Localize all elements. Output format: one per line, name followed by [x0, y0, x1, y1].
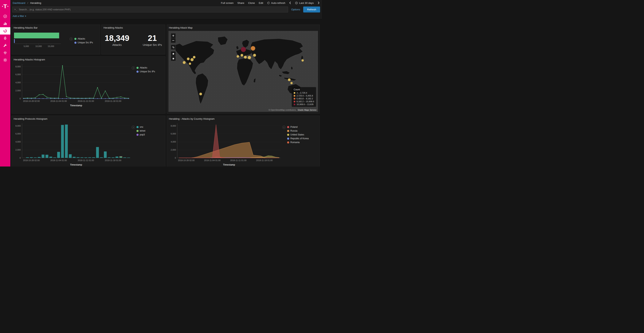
attack-marker[interactable] [241, 47, 246, 52]
chart-legend: AttacksUnique Src IPs [136, 66, 155, 73]
legend-item[interactable]: telnet [136, 130, 145, 132]
zoom-in-button[interactable] [171, 33, 176, 38]
protocols-bar-chart[interactable]: 02,0004,0006,0008,0002018-10-28 02:00201… [13, 121, 132, 167]
time-range-picker[interactable]: Last 30 days [295, 2, 314, 5]
world-map[interactable]: Count 3 – 2,729.42,729.4 – 5,455.85,455.… [168, 31, 318, 112]
attack-marker[interactable] [189, 62, 191, 65]
zoom-out-button[interactable] [171, 38, 176, 43]
attack-marker[interactable] [302, 59, 304, 62]
legend-item[interactable]: Unique Src IPs [74, 41, 93, 44]
attack-marker[interactable] [240, 54, 243, 57]
logo-dot [8, 6, 8, 7]
attack-marker[interactable] [253, 54, 256, 57]
legend-item[interactable]: Russia [287, 130, 308, 132]
attack-marker[interactable] [187, 57, 190, 60]
legend-item[interactable]: Romania [287, 141, 308, 144]
legend-item[interactable]: Attacks [74, 38, 93, 40]
legend-label: United States [290, 133, 304, 136]
legend-toggle-icon[interactable]: › [282, 126, 286, 129]
attack-marker[interactable] [193, 56, 196, 59]
attack-marker[interactable] [236, 55, 239, 58]
svg-text:15,000: 15,000 [48, 45, 54, 47]
svg-text:4,000: 4,000 [15, 141, 21, 143]
svg-text:8,000: 8,000 [15, 125, 21, 127]
fit-bounds-button[interactable] [171, 45, 176, 50]
add-filter-link[interactable]: Add a filter+ [13, 15, 26, 18]
legend-item[interactable]: United States [287, 133, 308, 136]
attack-marker[interactable] [290, 82, 293, 84]
attack-marker[interactable] [244, 56, 247, 59]
attack-marker[interactable] [251, 46, 255, 51]
elastic-maps-service-link[interactable]: Elastic Maps Service [298, 109, 316, 111]
svg-text:6,000: 6,000 [15, 133, 21, 135]
legend-color-dot [136, 130, 138, 132]
attack-marker[interactable] [199, 93, 202, 96]
panel-title: Heralding - Attacks by Country Histogram [167, 116, 320, 121]
sidebar-item-visualize[interactable] [0, 20, 10, 27]
map-legend-item: 10,908.6 – 13,635 [294, 103, 314, 106]
sidebar-item-honeypot[interactable] [0, 35, 10, 42]
attacks-bar-chart[interactable]: 5,00010,00015,000 [13, 31, 70, 50]
sidebar-item-dev-tools[interactable] [0, 42, 10, 49]
panel-heralding-attacks-bar: Heralding Attacks Bar 5,00010,00015,000 … [12, 25, 100, 55]
telekom-logo[interactable]: T [0, 0, 10, 13]
draw-polygon-button[interactable] [171, 51, 176, 56]
legend-item[interactable]: vnc [136, 126, 145, 128]
dashboard-grid: Heralding Attacks Bar 5,00010,00015,000 … [10, 19, 322, 167]
attack-marker[interactable] [288, 79, 291, 81]
search-input[interactable] [19, 8, 286, 11]
chart-legend: AttacksUnique Src IPs [74, 38, 93, 44]
time-forward-button[interactable] [318, 1, 320, 5]
share-button[interactable]: Share [238, 2, 244, 5]
sidebar-item-dashboard[interactable] [0, 27, 10, 35]
panel-heralding-attacks-histogram: Heralding Attacks Histogram 02,0004,0006… [12, 56, 166, 114]
legend-item[interactable]: Attacks [136, 66, 155, 69]
legend-color-dot [136, 71, 138, 73]
sidebar-item-discover[interactable] [0, 13, 10, 20]
svg-text:0: 0 [175, 157, 176, 159]
auto-refresh-button[interactable]: Auto-refresh [267, 2, 285, 5]
attack-marker[interactable] [248, 56, 251, 59]
svg-text:Timestamp: Timestamp [70, 163, 82, 166]
legend-color-dot [287, 134, 289, 136]
time-back-button[interactable] [289, 1, 291, 5]
attack-marker[interactable] [183, 61, 186, 64]
legend-item[interactable]: Republic of Korea [287, 137, 308, 140]
legend-label: Republic of Korea [290, 137, 308, 140]
gear-icon [3, 58, 7, 62]
legend-item[interactable]: Unique Src IPs [136, 70, 155, 73]
attacks-line-chart[interactable]: 02,0004,0006,0008,0002018-10-28 02:00201… [13, 61, 132, 107]
refresh-icon [267, 2, 270, 5]
refresh-button[interactable]: Refresh [303, 7, 320, 13]
clone-button[interactable]: Clone [248, 2, 255, 5]
svg-text:2018-11-11 01:00: 2018-11-11 01:00 [78, 159, 94, 162]
legend-toggle-icon[interactable]: › [132, 66, 135, 70]
sidebar-item-management[interactable] [0, 56, 10, 64]
top-nav-bar: Dashboard / Heralding Full screen Share … [10, 0, 322, 6]
legend-toggle-icon[interactable]: › [132, 126, 135, 129]
legend-label: 8,182.2 – 10,908.6 [296, 100, 314, 103]
legend-item[interactable]: Poland [287, 126, 308, 128]
edit-button[interactable]: Edit [259, 2, 263, 5]
country-area-chart[interactable]: 02,0004,0006,0008,0002018-10-28 02:00201… [168, 121, 282, 167]
legend-item[interactable]: pop3 [136, 133, 145, 136]
draw-rectangle-button[interactable] [171, 56, 176, 61]
full-screen-button[interactable]: Full screen [221, 2, 234, 5]
panel-title: Heralding Attacks Bar [12, 25, 100, 30]
legend-color-dot [294, 98, 295, 100]
search-box[interactable]: >_ [12, 7, 288, 13]
attack-marker[interactable] [190, 58, 194, 61]
breadcrumb-dashboard-link[interactable]: Dashboard [13, 2, 25, 5]
legend-color-dot [287, 141, 289, 143]
compass-icon [3, 14, 7, 19]
openstreetmap-link[interactable]: © OpenStreetMap contributors, [268, 109, 296, 111]
svg-text:Timestamp: Timestamp [70, 104, 82, 107]
legend-toggle-icon[interactable]: › [70, 38, 73, 41]
svg-text:8,000: 8,000 [170, 125, 176, 127]
options-link[interactable]: Options [291, 8, 300, 11]
sidebar-item-monitoring[interactable] [0, 49, 10, 56]
legend-label: Romania [290, 141, 300, 144]
svg-text:4,000: 4,000 [170, 141, 176, 143]
svg-text:2018-10-28 02:00: 2018-10-28 02:00 [23, 159, 40, 162]
legend-color-dot [294, 92, 295, 94]
